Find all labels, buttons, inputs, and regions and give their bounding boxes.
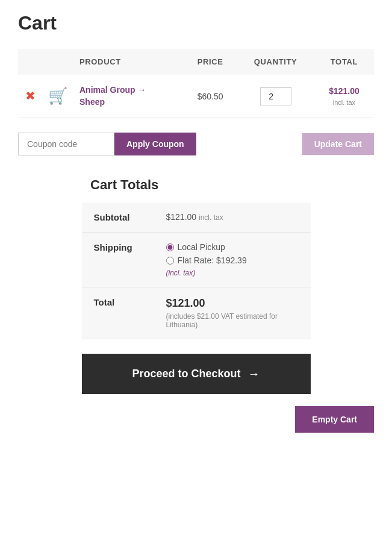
col-header-quantity: QUANTITY	[237, 49, 314, 75]
shipping-row: Shipping Local Pickup Flat Rate: $192.39…	[82, 233, 311, 287]
col-header-total: TOTAL	[314, 49, 374, 75]
cart-table: PRODUCT PRICE QUANTITY TOTAL ✖ 🛒 Animal …	[18, 49, 374, 118]
col-header-thumb	[42, 49, 73, 75]
total-vat-note: (includes $21.00 VAT estimated for Lithu…	[166, 312, 299, 329]
total-amount: $121.00	[166, 297, 205, 309]
subtotal-value: $121.00 incl. tax	[154, 202, 311, 233]
total-row: Total $121.00 (includes $21.00 VAT estim…	[82, 287, 311, 339]
apply-coupon-button[interactable]: Apply Coupon	[114, 133, 196, 155]
cart-totals-section: Cart Totals Subtotal $121.00 incl. tax S…	[18, 177, 374, 339]
update-cart-button[interactable]: Update Cart	[302, 133, 374, 155]
total-incl-tax: incl. tax	[333, 99, 355, 106]
subtotal-row: Subtotal $121.00 incl. tax	[82, 202, 311, 233]
product-total: $121.00	[329, 86, 359, 96]
shipping-label: Shipping	[82, 233, 154, 287]
shipping-local-radio[interactable]	[166, 243, 174, 251]
checkout-btn-wrap: Proceed to Checkout →	[18, 354, 374, 394]
totals-table: Subtotal $121.00 incl. tax Shipping Loca…	[82, 202, 311, 339]
product-thumbnail-icon: 🛒	[48, 87, 67, 105]
shipping-local-pickup: Local Pickup	[166, 242, 299, 252]
subtotal-incl-tax: incl. tax	[199, 213, 223, 222]
coupon-row: Apply Coupon Update Cart	[18, 133, 374, 155]
coupon-input[interactable]	[18, 133, 114, 155]
product-name: Animal Group →Sheep	[79, 85, 146, 107]
shipping-incl-tax: (incl. tax)	[166, 269, 299, 277]
remove-item-button[interactable]: ✖	[25, 90, 36, 102]
col-header-product: PRODUCT	[73, 49, 184, 75]
checkout-button[interactable]: Proceed to Checkout →	[82, 354, 311, 394]
subtotal-label: Subtotal	[82, 202, 154, 233]
shipping-flat-rate: Flat Rate: $192.39	[166, 256, 299, 265]
remove-icon: ✖	[25, 89, 36, 102]
subtotal-amount: $121.00	[166, 212, 197, 222]
col-header-price: PRICE	[184, 49, 237, 75]
checkout-label: Proceed to Checkout	[132, 368, 240, 380]
shipping-flat-label[interactable]: Flat Rate: $192.39	[178, 256, 247, 265]
col-header-remove	[18, 49, 42, 75]
empty-cart-wrap: Empty Cart	[18, 406, 374, 433]
shipping-flat-radio[interactable]	[166, 257, 174, 265]
shipping-local-label[interactable]: Local Pickup	[178, 242, 225, 252]
page-title: Cart	[18, 12, 374, 34]
total-value-cell: $121.00 (includes $21.00 VAT estimated f…	[154, 287, 311, 339]
quantity-input[interactable]	[260, 87, 291, 105]
coupon-left: Apply Coupon	[18, 133, 196, 155]
empty-cart-button[interactable]: Empty Cart	[295, 406, 374, 433]
cart-totals-title: Cart Totals	[90, 177, 158, 193]
total-label: Total	[82, 287, 154, 339]
product-price: $60.50	[198, 92, 223, 101]
checkout-arrow-icon: →	[248, 367, 260, 381]
shipping-options: Local Pickup Flat Rate: $192.39 (incl. t…	[154, 233, 311, 287]
table-row: ✖ 🛒 Animal Group →Sheep $60.50 $121.00 i…	[18, 75, 374, 118]
